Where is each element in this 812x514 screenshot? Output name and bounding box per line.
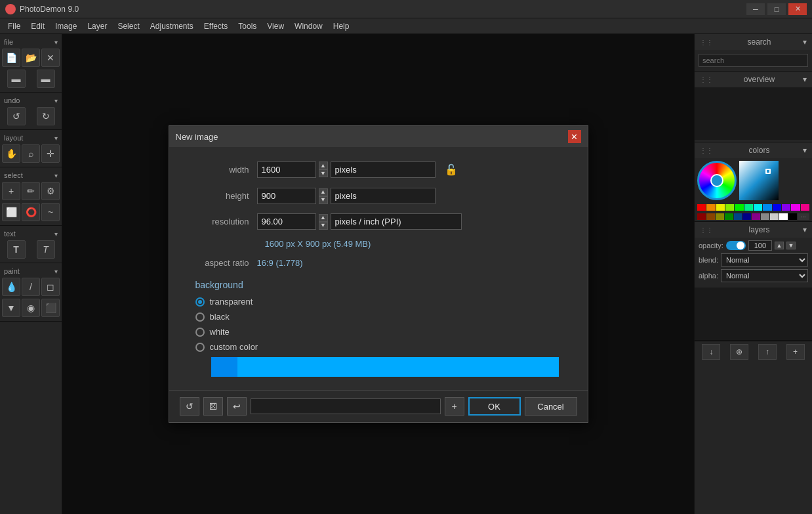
- brush-tool[interactable]: /: [22, 278, 40, 296]
- swatch-dark-yellow[interactable]: [716, 213, 724, 220]
- width-unit-select[interactable]: pixels inches cm: [331, 161, 436, 178]
- bg-black-radio[interactable]: [195, 312, 205, 322]
- hand-tool[interactable]: ✋: [2, 144, 20, 163]
- gradient-tool[interactable]: ▼: [2, 299, 20, 317]
- pencil-tool[interactable]: ✏: [22, 182, 40, 200]
- canvas-tool-2[interactable]: ▬: [37, 70, 55, 88]
- canvas-tool-1[interactable]: ▬: [7, 70, 26, 88]
- menu-edit[interactable]: Edit: [26, 18, 50, 33]
- swatch-white[interactable]: [779, 213, 788, 220]
- menu-file[interactable]: File: [3, 18, 26, 33]
- menu-layer[interactable]: Layer: [82, 18, 112, 33]
- swatch-magenta[interactable]: [791, 204, 800, 211]
- layer-add-button[interactable]: +: [786, 344, 805, 360]
- layer-move-up-button[interactable]: ↑: [758, 344, 777, 360]
- bg-white-radio[interactable]: [195, 328, 205, 337]
- width-up[interactable]: ▲: [319, 161, 328, 169]
- resolution-up[interactable]: ▲: [319, 214, 328, 222]
- swatch-light-gray[interactable]: [770, 213, 779, 220]
- swatch-sky[interactable]: [763, 204, 771, 211]
- opacity-toggle[interactable]: [726, 241, 746, 250]
- eyedropper-tool[interactable]: 💧: [2, 278, 20, 296]
- bg-custom-option[interactable]: custom color: [195, 342, 572, 352]
- menu-tools[interactable]: Tools: [233, 18, 262, 33]
- minimize-button[interactable]: ─: [746, 3, 765, 15]
- height-up[interactable]: ▲: [319, 188, 328, 196]
- alpha-select[interactable]: Normal Premultiplied: [721, 269, 808, 282]
- more-swatches-button[interactable]: ···: [798, 213, 809, 220]
- swatch-teal[interactable]: [744, 204, 753, 211]
- bg-transparent-radio[interactable]: [195, 297, 205, 307]
- height-unit-select[interactable]: pixels inches cm: [331, 188, 436, 204]
- menu-effects[interactable]: Effects: [199, 18, 233, 33]
- width-input[interactable]: [257, 161, 316, 178]
- swatch-green[interactable]: [735, 204, 743, 211]
- colors-header[interactable]: ⋮⋮ colors ▾: [695, 142, 812, 158]
- bg-black-option[interactable]: black: [195, 312, 572, 322]
- shape-tool[interactable]: ⬛: [41, 299, 60, 317]
- rect-select-tool[interactable]: ⬜: [2, 203, 20, 221]
- reset-button[interactable]: ↺: [180, 397, 199, 416]
- randomize-button[interactable]: ⚄: [203, 397, 223, 416]
- preset-dropdown[interactable]: [251, 398, 441, 414]
- menu-adjustments[interactable]: Adjustments: [145, 18, 199, 33]
- oval-select-tool[interactable]: ⭕: [22, 203, 40, 221]
- resolution-down[interactable]: ▼: [319, 222, 328, 230]
- swatch-black[interactable]: [788, 213, 797, 220]
- menu-image[interactable]: Image: [50, 18, 82, 33]
- height-down[interactable]: ▼: [319, 196, 328, 204]
- text-italic-tool[interactable]: T: [37, 240, 55, 259]
- close-button[interactable]: ✕: [788, 3, 807, 15]
- layer-merge-button[interactable]: ⊕: [730, 344, 748, 360]
- save-preset-button[interactable]: +: [445, 397, 464, 416]
- opacity-up[interactable]: ▲: [775, 242, 784, 249]
- bg-custom-radio[interactable]: [195, 343, 205, 352]
- text-tool[interactable]: T: [7, 240, 26, 259]
- dialog-close-button[interactable]: ✕: [568, 130, 581, 143]
- menu-view[interactable]: View: [262, 18, 289, 33]
- swatch-dark-teal[interactable]: [734, 213, 742, 220]
- cancel-button[interactable]: Cancel: [525, 397, 577, 416]
- crosshair-tool[interactable]: +: [2, 182, 20, 200]
- search-header[interactable]: ⋮⋮ search ▾: [695, 34, 812, 50]
- resolution-unit-select[interactable]: pixels / inch (PPI) pixels / cm: [331, 213, 462, 230]
- menu-window[interactable]: Window: [289, 18, 328, 33]
- opacity-down[interactable]: ▼: [786, 242, 796, 249]
- color-square[interactable]: [739, 161, 779, 200]
- close-file-button[interactable]: ✕: [41, 49, 60, 67]
- eraser-tool[interactable]: ◻: [41, 278, 60, 296]
- color-wheel[interactable]: [697, 161, 737, 200]
- fill-tool[interactable]: ◉: [22, 299, 40, 317]
- swatch-dark-orange[interactable]: [706, 213, 715, 220]
- color-preview-swatch[interactable]: [211, 357, 237, 377]
- move-tool[interactable]: ✛: [41, 144, 60, 163]
- swatch-lime[interactable]: [725, 204, 734, 211]
- menu-help[interactable]: Help: [328, 18, 355, 33]
- swatch-purple[interactable]: [782, 204, 790, 211]
- layer-move-down-button[interactable]: ↓: [702, 344, 720, 360]
- swatch-orange[interactable]: [706, 204, 715, 211]
- menu-select[interactable]: Select: [112, 18, 144, 33]
- redo-button[interactable]: ↻: [37, 107, 55, 125]
- search-input[interactable]: [699, 54, 808, 67]
- maximize-button[interactable]: □: [767, 3, 786, 15]
- swatch-red[interactable]: [697, 204, 706, 211]
- undo-button[interactable]: ↺: [7, 107, 26, 125]
- color-preview-bar[interactable]: [211, 357, 559, 377]
- swatch-yellow[interactable]: [716, 204, 725, 211]
- layers-header[interactable]: ⋮⋮ layers ▾: [695, 222, 812, 238]
- swatch-gray[interactable]: [761, 213, 769, 220]
- swatch-cyan[interactable]: [754, 204, 762, 211]
- new-file-button[interactable]: 📄: [2, 49, 20, 67]
- overview-header[interactable]: ⋮⋮ overview ▾: [695, 72, 812, 87]
- opacity-input[interactable]: [748, 240, 772, 251]
- undo-dialog-button[interactable]: ↩: [227, 397, 247, 416]
- swatch-blue[interactable]: [773, 204, 781, 211]
- wand-tool[interactable]: ⚙: [41, 182, 60, 200]
- bg-transparent-option[interactable]: transparent: [195, 297, 572, 307]
- zoom-tool[interactable]: ⌕: [22, 144, 40, 163]
- swatch-dark-red[interactable]: [697, 213, 706, 220]
- width-down[interactable]: ▼: [319, 169, 328, 177]
- swatch-dark-purple[interactable]: [752, 213, 760, 220]
- lasso-tool[interactable]: ~: [41, 203, 60, 221]
